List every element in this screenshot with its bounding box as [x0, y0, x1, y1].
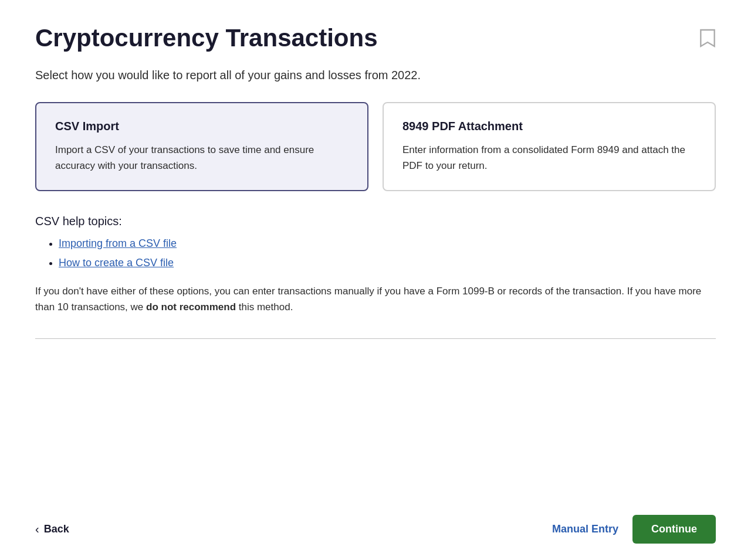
csv-import-description: Import a CSV of your transactions to sav… [55, 142, 349, 174]
continue-button[interactable]: Continue [632, 515, 716, 544]
page-subtitle: Select how you would like to report all … [35, 67, 716, 83]
back-button[interactable]: ‹ Back [35, 522, 69, 536]
help-links-list: Importing from a CSV file How to create … [35, 237, 716, 269]
manual-entry-button[interactable]: Manual Entry [552, 523, 618, 535]
list-item: Importing from a CSV file [59, 237, 716, 250]
help-section-title: CSV help topics: [35, 215, 716, 228]
csv-import-title: CSV Import [55, 120, 349, 133]
bookmark-icon[interactable] [699, 28, 716, 48]
csv-import-card[interactable]: CSV Import Import a CSV of your transact… [35, 102, 368, 191]
info-text-bold: do not recommend [146, 301, 236, 313]
csv-import-link[interactable]: Importing from a CSV file [59, 237, 177, 249]
footer-divider [35, 338, 716, 339]
pdf-attachment-description: Enter information from a consolidated Fo… [402, 142, 696, 174]
footer: ‹ Back Manual Entry Continue [0, 498, 751, 560]
page-title: Cryptocurrency Transactions [35, 23, 378, 53]
info-text-after: this method. [236, 301, 293, 313]
info-text: If you don't have either of these option… [35, 283, 716, 315]
footer-right: Manual Entry Continue [552, 515, 716, 544]
info-text-before: If you don't have either of these option… [35, 286, 701, 313]
help-section: CSV help topics: Importing from a CSV fi… [35, 215, 716, 315]
list-item: How to create a CSV file [59, 257, 716, 269]
csv-create-link[interactable]: How to create a CSV file [59, 257, 174, 269]
option-cards: CSV Import Import a CSV of your transact… [35, 102, 716, 191]
back-label: Back [44, 523, 69, 535]
pdf-attachment-card[interactable]: 8949 PDF Attachment Enter information fr… [383, 102, 716, 191]
pdf-attachment-title: 8949 PDF Attachment [402, 120, 696, 133]
back-chevron-icon: ‹ [35, 522, 39, 536]
